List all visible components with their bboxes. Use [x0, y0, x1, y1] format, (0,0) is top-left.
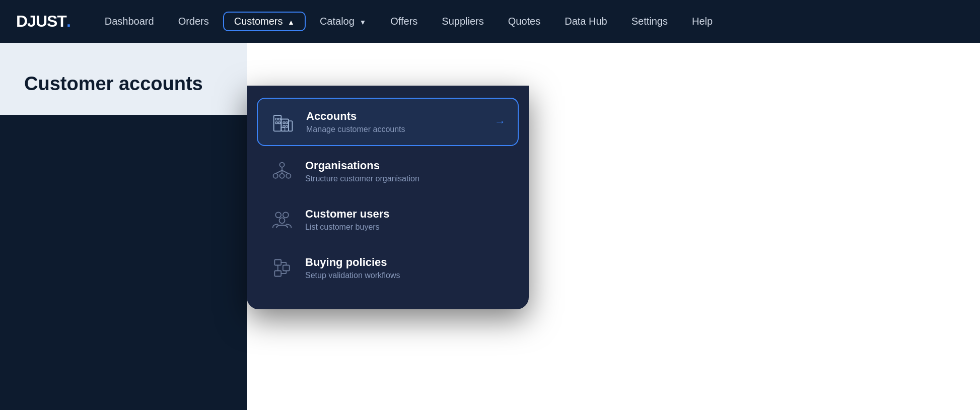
accounts-label: Accounts	[306, 110, 484, 123]
nav-item-customers[interactable]: Customers ▲	[223, 12, 306, 31]
svg-rect-23	[274, 260, 281, 265]
svg-rect-4	[278, 118, 281, 120]
organisations-label: Organisations	[305, 159, 507, 172]
dropdown-item-buying-policies[interactable]: Buying policies Setup validation workflo…	[257, 245, 519, 291]
svg-point-22	[279, 218, 285, 223]
nav-item-dashboard[interactable]: Dashboard	[95, 12, 164, 31]
svg-point-20	[275, 212, 281, 218]
svg-line-19	[282, 170, 289, 173]
svg-rect-7	[283, 122, 285, 124]
accounts-text: Accounts Manage customer accounts	[306, 110, 484, 134]
nav-item-datahub[interactable]: Data Hub	[554, 12, 617, 31]
customers-caret: ▲	[288, 18, 295, 26]
customer-users-label: Customer users	[305, 208, 507, 221]
navbar: DJUST. Dashboard Orders Customers ▲ Cata…	[0, 0, 980, 43]
organisations-text: Organisations Structure customer organis…	[305, 159, 507, 183]
buying-policies-sublabel: Setup validation workflows	[305, 271, 507, 280]
nav-item-suppliers[interactable]: Suppliers	[432, 12, 494, 31]
logo-text: DJUST	[16, 12, 66, 31]
svg-point-14	[279, 174, 284, 178]
svg-line-17	[275, 170, 282, 173]
svg-rect-2	[289, 121, 292, 131]
policy-icon	[269, 255, 295, 281]
content-left: Customer accounts	[0, 43, 247, 410]
nav-item-offers[interactable]: Offers	[380, 12, 428, 31]
nav-item-settings[interactable]: Settings	[621, 12, 678, 31]
content-left-top: Customer accounts	[0, 43, 247, 115]
organisations-sublabel: Structure customer organisation	[305, 174, 507, 183]
content-area: Customer accounts	[0, 43, 980, 410]
svg-point-21	[283, 212, 289, 218]
svg-rect-24	[283, 265, 290, 271]
svg-rect-3	[275, 118, 277, 120]
users-icon	[269, 207, 295, 233]
svg-point-13	[273, 174, 278, 178]
svg-point-15	[286, 174, 291, 178]
buying-policies-text: Buying policies Setup validation workflo…	[305, 256, 507, 280]
svg-point-12	[279, 163, 284, 167]
nav-item-help[interactable]: Help	[682, 12, 723, 31]
logo[interactable]: DJUST.	[16, 12, 71, 31]
customers-dropdown: Accounts Manage customer accounts →	[247, 86, 529, 309]
dropdown-item-customer-users[interactable]: Customer users List customer buyers	[257, 196, 519, 243]
accounts-sublabel: Manage customer accounts	[306, 125, 484, 134]
building-icon	[270, 109, 296, 135]
svg-rect-5	[275, 122, 277, 124]
buying-policies-label: Buying policies	[305, 256, 507, 269]
accounts-arrow: →	[495, 115, 506, 128]
content-left-bottom	[0, 115, 247, 410]
logo-dot: .	[66, 12, 71, 31]
svg-rect-8	[286, 122, 288, 124]
svg-rect-10	[286, 125, 288, 127]
nav-item-catalog[interactable]: Catalog ▼	[310, 12, 376, 31]
svg-rect-25	[274, 271, 281, 277]
nav-items: Dashboard Orders Customers ▲ Catalog ▼ O…	[95, 12, 964, 31]
catalog-caret: ▼	[359, 18, 366, 26]
svg-rect-6	[278, 122, 281, 124]
nav-item-quotes[interactable]: Quotes	[498, 12, 550, 31]
org-icon	[269, 158, 295, 184]
customer-users-sublabel: List customer buyers	[305, 223, 507, 232]
dropdown-item-accounts[interactable]: Accounts Manage customer accounts →	[257, 98, 519, 146]
customer-users-text: Customer users List customer buyers	[305, 208, 507, 232]
nav-item-orders[interactable]: Orders	[168, 12, 219, 31]
page-title: Customer accounts	[24, 73, 223, 95]
dropdown-item-organisations[interactable]: Organisations Structure customer organis…	[257, 148, 519, 194]
